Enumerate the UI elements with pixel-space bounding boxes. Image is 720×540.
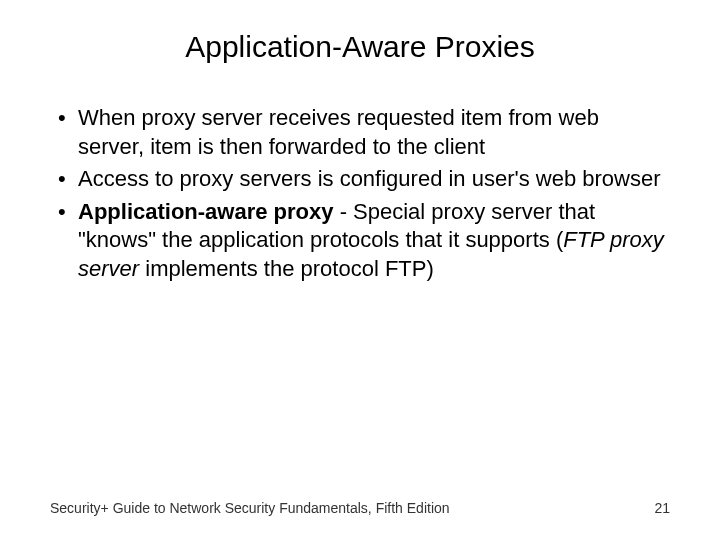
slide-title: Application-Aware Proxies [50,30,670,64]
bullet-item: Application-aware proxy - Special proxy … [50,198,670,284]
bullet-text: Access to proxy servers is configured in… [78,166,661,191]
bullet-bold: Application-aware proxy [78,199,334,224]
footer-left: Security+ Guide to Network Security Fund… [50,500,450,516]
slide-footer: Security+ Guide to Network Security Fund… [50,500,670,516]
bullet-item: When proxy server receives requested ite… [50,104,670,161]
slide-content: When proxy server receives requested ite… [50,104,670,284]
bullet-text: implements the protocol FTP) [139,256,434,281]
footer-page-number: 21 [654,500,670,516]
bullet-text: When proxy server receives requested ite… [78,105,599,159]
slide: Application-Aware Proxies When proxy ser… [0,0,720,540]
bullet-item: Access to proxy servers is configured in… [50,165,670,194]
bullet-list: When proxy server receives requested ite… [50,104,670,284]
